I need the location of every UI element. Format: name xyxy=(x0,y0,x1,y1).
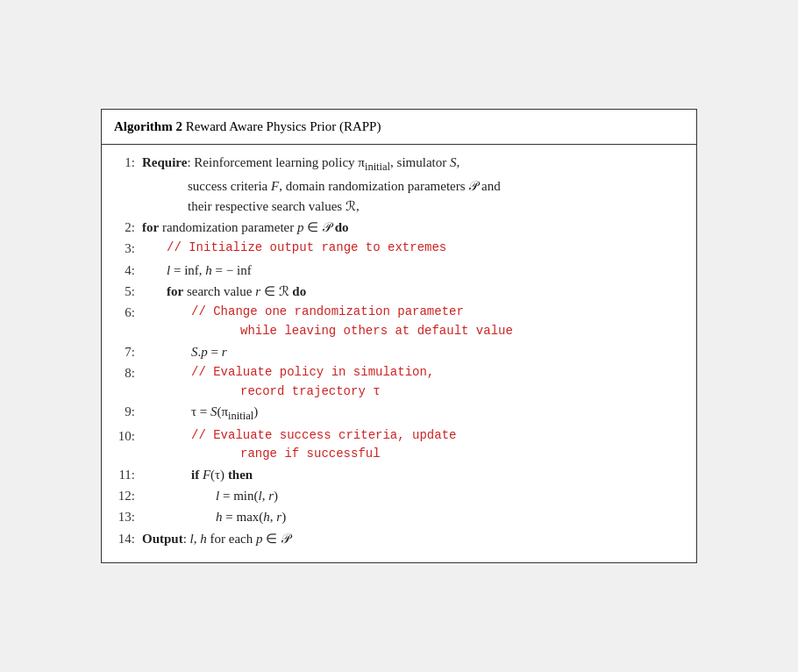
line-content-12: l = min(l, r) xyxy=(142,486,684,506)
line-number-12: 12: xyxy=(114,486,142,506)
algo-line-3: 3: // Initialize output range to extreme… xyxy=(114,239,684,259)
line-content-13: h = max(h, r) xyxy=(142,507,684,527)
line-content-9: τ = S(πinitial) xyxy=(142,402,684,425)
algo-line-14: 14: Output: l, h for each p ∈ 𝒫 xyxy=(114,529,684,549)
algo-line-2: 2: for randomization parameter p ∈ 𝒫 do xyxy=(114,218,684,238)
algo-line-9: 9: τ = S(πinitial) xyxy=(114,402,684,425)
line-number-1: 1: xyxy=(114,153,142,173)
algorithm-header: Algorithm 2 Reward Aware Physics Prior (… xyxy=(102,110,696,145)
algo-line-12: 12: l = min(l, r) xyxy=(114,486,684,506)
algo-line-10: 10: // Evaluate success criteria, update… xyxy=(114,426,684,464)
line-content-10: // Evaluate success criteria, update ran… xyxy=(142,426,684,464)
line-number-6: 6: xyxy=(114,303,142,323)
line-content-11: if F(τ) then xyxy=(142,465,684,485)
line-number-7: 7: xyxy=(114,342,142,362)
line-content-1: Require: Reinforcement learning policy π… xyxy=(142,153,684,217)
line-number-10: 10: xyxy=(114,426,142,447)
line-content-7: S.p = r xyxy=(142,342,684,362)
line-number-5: 5: xyxy=(114,282,142,302)
algorithm-number: Algorithm 2 xyxy=(114,119,182,133)
algorithm-body: 1: Require: Reinforcement learning polic… xyxy=(102,145,696,562)
algo-line-5: 5: for search value r ∈ ℛ do xyxy=(114,282,684,302)
line-content-2: for randomization parameter p ∈ 𝒫 do xyxy=(142,218,684,238)
line-content-4: l = inf, h = − inf xyxy=(142,261,684,281)
line-content-14: Output: l, h for each p ∈ 𝒫 xyxy=(142,529,684,549)
algo-line-6: 6: // Change one randomization parameter… xyxy=(114,303,684,340)
line-content-5: for search value r ∈ ℛ do xyxy=(142,282,684,302)
line-number-9: 9: xyxy=(114,402,142,422)
line-content-3: // Initialize output range to extremes xyxy=(142,239,684,258)
line-number-13: 13: xyxy=(114,507,142,527)
algo-line-1: 1: Require: Reinforcement learning polic… xyxy=(114,153,684,217)
line-content-8: // Evaluate policy in simulation, record… xyxy=(142,363,684,401)
line-number-8: 8: xyxy=(114,363,142,383)
line-number-4: 4: xyxy=(114,261,142,281)
line-number-3: 3: xyxy=(114,239,142,259)
line-content-6: // Change one randomization parameter wh… xyxy=(142,303,684,340)
algo-line-8: 8: // Evaluate policy in simulation, rec… xyxy=(114,363,684,401)
algo-line-11: 11: if F(τ) then xyxy=(114,465,684,485)
algo-line-7: 7: S.p = r xyxy=(114,342,684,362)
algorithm-container: Algorithm 2 Reward Aware Physics Prior (… xyxy=(101,109,697,563)
line-number-11: 11: xyxy=(114,465,142,485)
line-number-2: 2: xyxy=(114,218,142,238)
algo-line-13: 13: h = max(h, r) xyxy=(114,507,684,527)
algo-line-4: 4: l = inf, h = − inf xyxy=(114,261,684,281)
algorithm-title: Reward Aware Physics Prior (RAPP) xyxy=(186,119,381,133)
line-number-14: 14: xyxy=(114,529,142,549)
